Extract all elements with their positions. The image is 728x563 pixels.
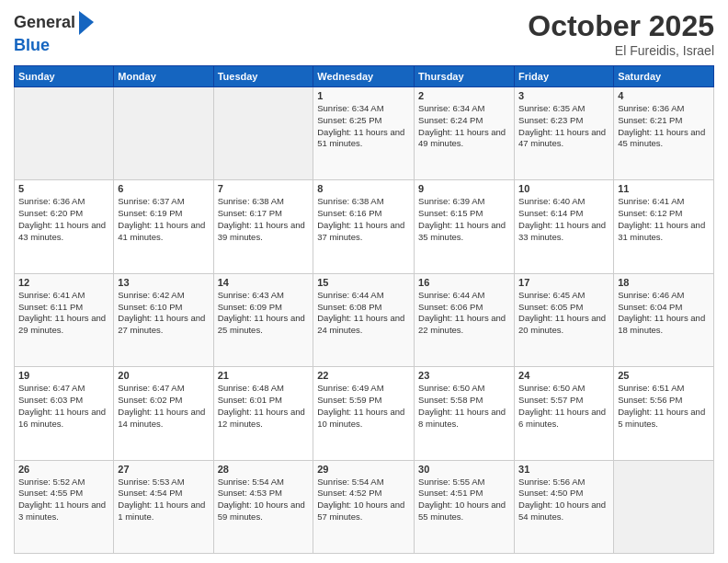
col-sunday: Sunday bbox=[15, 66, 114, 87]
day-number: 4 bbox=[618, 90, 710, 101]
day-number: 3 bbox=[518, 90, 609, 101]
day-number: 14 bbox=[218, 277, 310, 288]
page: General Blue October 2025 El Fureidis, I… bbox=[0, 0, 728, 563]
day-number: 22 bbox=[317, 370, 410, 381]
table-row: 17Sunrise: 6:45 AM Sunset: 6:05 PM Dayli… bbox=[515, 273, 614, 366]
col-monday: Monday bbox=[114, 66, 213, 87]
table-row: 31Sunrise: 5:56 AM Sunset: 4:50 PM Dayli… bbox=[515, 460, 614, 553]
table-row: 20Sunrise: 6:47 AM Sunset: 6:02 PM Dayli… bbox=[114, 367, 213, 460]
day-number: 5 bbox=[18, 183, 109, 194]
table-row: 29Sunrise: 5:54 AM Sunset: 4:52 PM Dayli… bbox=[313, 460, 415, 553]
calendar-week-row: 12Sunrise: 6:41 AM Sunset: 6:11 PM Dayli… bbox=[15, 273, 714, 366]
day-number: 8 bbox=[317, 183, 410, 194]
day-number: 15 bbox=[317, 277, 410, 288]
day-number: 6 bbox=[118, 183, 209, 194]
table-row: 4Sunrise: 6:36 AM Sunset: 6:21 PM Daylig… bbox=[614, 87, 714, 180]
calendar-header-row: Sunday Monday Tuesday Wednesday Thursday… bbox=[15, 66, 714, 87]
day-number: 21 bbox=[218, 370, 310, 381]
calendar-week-row: 1Sunrise: 6:34 AM Sunset: 6:25 PM Daylig… bbox=[15, 87, 714, 180]
day-number: 12 bbox=[18, 277, 109, 288]
logo-general-text: General bbox=[14, 14, 75, 32]
table-row: 12Sunrise: 6:41 AM Sunset: 6:11 PM Dayli… bbox=[15, 273, 114, 366]
day-number: 20 bbox=[118, 370, 209, 381]
day-info: Sunrise: 6:34 AM Sunset: 6:24 PM Dayligh… bbox=[418, 103, 510, 150]
day-info: Sunrise: 6:48 AM Sunset: 6:01 PM Dayligh… bbox=[218, 383, 310, 430]
day-number: 31 bbox=[518, 464, 609, 475]
calendar-week-row: 5Sunrise: 6:36 AM Sunset: 6:20 PM Daylig… bbox=[15, 180, 714, 273]
col-saturday: Saturday bbox=[614, 66, 714, 87]
table-row: 16Sunrise: 6:44 AM Sunset: 6:06 PM Dayli… bbox=[415, 273, 515, 366]
day-number: 13 bbox=[118, 277, 209, 288]
day-info: Sunrise: 6:46 AM Sunset: 6:04 PM Dayligh… bbox=[618, 290, 710, 337]
logo: General Blue bbox=[14, 9, 96, 55]
table-row bbox=[213, 87, 313, 180]
day-info: Sunrise: 6:42 AM Sunset: 6:10 PM Dayligh… bbox=[118, 290, 209, 337]
day-info: Sunrise: 6:43 AM Sunset: 6:09 PM Dayligh… bbox=[218, 290, 310, 337]
day-number: 18 bbox=[618, 277, 710, 288]
table-row: 25Sunrise: 6:51 AM Sunset: 5:56 PM Dayli… bbox=[614, 367, 714, 460]
month-title: October 2025 bbox=[528, 9, 714, 43]
day-info: Sunrise: 6:45 AM Sunset: 6:05 PM Dayligh… bbox=[518, 290, 609, 337]
day-number: 19 bbox=[18, 370, 109, 381]
day-info: Sunrise: 6:50 AM Sunset: 5:58 PM Dayligh… bbox=[418, 383, 510, 430]
logo-blue-text: Blue bbox=[14, 37, 96, 55]
day-number: 26 bbox=[18, 464, 109, 475]
day-info: Sunrise: 6:51 AM Sunset: 5:56 PM Dayligh… bbox=[618, 383, 710, 430]
day-number: 25 bbox=[618, 370, 710, 381]
day-info: Sunrise: 6:50 AM Sunset: 5:57 PM Dayligh… bbox=[518, 383, 609, 430]
day-info: Sunrise: 5:54 AM Sunset: 4:53 PM Dayligh… bbox=[218, 477, 310, 523]
header: General Blue October 2025 El Fureidis, I… bbox=[14, 9, 714, 58]
table-row: 18Sunrise: 6:46 AM Sunset: 6:04 PM Dayli… bbox=[614, 273, 714, 366]
table-row: 2Sunrise: 6:34 AM Sunset: 6:24 PM Daylig… bbox=[415, 87, 515, 180]
day-info: Sunrise: 6:38 AM Sunset: 6:16 PM Dayligh… bbox=[317, 196, 410, 243]
calendar-table: Sunday Monday Tuesday Wednesday Thursday… bbox=[14, 65, 714, 554]
day-info: Sunrise: 5:54 AM Sunset: 4:52 PM Dayligh… bbox=[317, 477, 410, 523]
svg-marker-0 bbox=[79, 11, 94, 35]
day-info: Sunrise: 6:47 AM Sunset: 6:02 PM Dayligh… bbox=[118, 383, 209, 430]
day-info: Sunrise: 5:55 AM Sunset: 4:51 PM Dayligh… bbox=[418, 477, 510, 523]
table-row: 7Sunrise: 6:38 AM Sunset: 6:17 PM Daylig… bbox=[213, 180, 313, 273]
table-row bbox=[614, 460, 714, 553]
table-row bbox=[15, 87, 114, 180]
table-row: 27Sunrise: 5:53 AM Sunset: 4:54 PM Dayli… bbox=[114, 460, 213, 553]
day-number: 7 bbox=[218, 183, 310, 194]
table-row: 22Sunrise: 6:49 AM Sunset: 5:59 PM Dayli… bbox=[313, 367, 415, 460]
table-row: 11Sunrise: 6:41 AM Sunset: 6:12 PM Dayli… bbox=[614, 180, 714, 273]
day-info: Sunrise: 6:36 AM Sunset: 6:21 PM Dayligh… bbox=[618, 103, 710, 150]
table-row bbox=[114, 87, 213, 180]
day-info: Sunrise: 5:53 AM Sunset: 4:54 PM Dayligh… bbox=[118, 477, 209, 523]
day-number: 28 bbox=[218, 464, 310, 475]
day-number: 10 bbox=[518, 183, 609, 194]
day-number: 9 bbox=[418, 183, 510, 194]
day-info: Sunrise: 6:47 AM Sunset: 6:03 PM Dayligh… bbox=[18, 383, 109, 430]
table-row: 13Sunrise: 6:42 AM Sunset: 6:10 PM Dayli… bbox=[114, 273, 213, 366]
calendar-week-row: 26Sunrise: 5:52 AM Sunset: 4:55 PM Dayli… bbox=[15, 460, 714, 553]
day-number: 11 bbox=[618, 183, 710, 194]
day-number: 30 bbox=[418, 464, 510, 475]
day-number: 16 bbox=[418, 277, 510, 288]
day-info: Sunrise: 6:36 AM Sunset: 6:20 PM Dayligh… bbox=[18, 196, 109, 243]
day-info: Sunrise: 6:44 AM Sunset: 6:08 PM Dayligh… bbox=[317, 290, 410, 337]
table-row: 24Sunrise: 6:50 AM Sunset: 5:57 PM Dayli… bbox=[515, 367, 614, 460]
title-block: October 2025 El Fureidis, Israel bbox=[528, 9, 714, 58]
table-row: 21Sunrise: 6:48 AM Sunset: 6:01 PM Dayli… bbox=[213, 367, 313, 460]
day-info: Sunrise: 5:52 AM Sunset: 4:55 PM Dayligh… bbox=[18, 477, 109, 523]
day-number: 17 bbox=[518, 277, 609, 288]
table-row: 19Sunrise: 6:47 AM Sunset: 6:03 PM Dayli… bbox=[15, 367, 114, 460]
table-row: 14Sunrise: 6:43 AM Sunset: 6:09 PM Dayli… bbox=[213, 273, 313, 366]
day-info: Sunrise: 6:41 AM Sunset: 6:12 PM Dayligh… bbox=[618, 196, 710, 243]
table-row: 15Sunrise: 6:44 AM Sunset: 6:08 PM Dayli… bbox=[313, 273, 415, 366]
table-row: 10Sunrise: 6:40 AM Sunset: 6:14 PM Dayli… bbox=[515, 180, 614, 273]
day-number: 23 bbox=[418, 370, 510, 381]
table-row: 6Sunrise: 6:37 AM Sunset: 6:19 PM Daylig… bbox=[114, 180, 213, 273]
day-number: 1 bbox=[317, 90, 410, 101]
day-info: Sunrise: 6:39 AM Sunset: 6:15 PM Dayligh… bbox=[418, 196, 510, 243]
day-info: Sunrise: 6:35 AM Sunset: 6:23 PM Dayligh… bbox=[518, 103, 609, 150]
day-info: Sunrise: 6:49 AM Sunset: 5:59 PM Dayligh… bbox=[317, 383, 410, 430]
table-row: 1Sunrise: 6:34 AM Sunset: 6:25 PM Daylig… bbox=[313, 87, 415, 180]
table-row: 9Sunrise: 6:39 AM Sunset: 6:15 PM Daylig… bbox=[415, 180, 515, 273]
logo-icon bbox=[77, 9, 96, 37]
table-row: 26Sunrise: 5:52 AM Sunset: 4:55 PM Dayli… bbox=[15, 460, 114, 553]
day-info: Sunrise: 6:44 AM Sunset: 6:06 PM Dayligh… bbox=[418, 290, 510, 337]
day-info: Sunrise: 6:41 AM Sunset: 6:11 PM Dayligh… bbox=[18, 290, 109, 337]
